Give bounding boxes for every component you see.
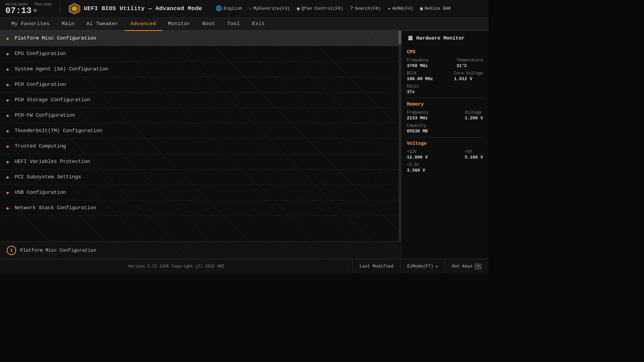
arrow-icon: ▶ bbox=[7, 98, 9, 103]
menu-item-thunderbolt[interactable]: ▶ Thunderbolt(TM) Configuration bbox=[0, 123, 398, 139]
monitor-icon: 🖥 bbox=[407, 35, 413, 42]
cpu-temperature-label: Temperature bbox=[457, 58, 483, 63]
status-text: Platform Misc Configuration bbox=[20, 248, 96, 253]
menu-item-network-stack[interactable]: ▶ Network Stack Configuration bbox=[0, 200, 398, 216]
menu-label-thunderbolt: Thunderbolt(TM) Configuration bbox=[15, 128, 102, 134]
v33-col: +3.3V 3.360 V bbox=[407, 163, 425, 173]
v12-value: 12.000 V bbox=[407, 155, 428, 160]
voltage-12-5-row: +12V 12.000 V +5V 5.160 V bbox=[407, 149, 483, 160]
nav-ai-tweaker[interactable]: Ai Tweaker bbox=[80, 18, 124, 30]
info-icon: i bbox=[7, 246, 16, 255]
cpu-temperature-value: 31°C bbox=[457, 63, 483, 68]
tool-resizebar[interactable]: ▣ ReSize BAR bbox=[420, 5, 451, 12]
last-modified-button[interactable]: Last Modified bbox=[353, 259, 400, 274]
menu-label-trusted-computing: Trusted Computing bbox=[15, 143, 66, 149]
voltage-section-title: Voltage bbox=[407, 141, 483, 146]
cpu-bclk-value: 100.00 MHz bbox=[407, 76, 433, 81]
ezmode-button[interactable]: EzMode(F7) ↦ bbox=[400, 259, 445, 274]
time-display: 07:13 ⚙ bbox=[5, 6, 52, 15]
arrow-icon: ▶ bbox=[7, 144, 9, 149]
nav-exit[interactable]: Exit bbox=[246, 18, 271, 30]
mem-capacity-col: Capacity 65536 MB bbox=[407, 123, 428, 134]
main-layout: ▶ Platform Misc Configuration ▶ CPU Conf… bbox=[0, 31, 488, 259]
star-icon: ☆ bbox=[249, 5, 252, 12]
mem-frequency-value: 2133 MHz bbox=[407, 116, 429, 121]
arrow-icon: ▶ bbox=[7, 113, 9, 118]
mem-voltage-value: 1.200 V bbox=[465, 116, 483, 121]
arrow-icon: ▶ bbox=[7, 51, 9, 57]
tool-aura[interactable]: ✦ AURA(F4) bbox=[388, 5, 413, 12]
v33-value: 3.360 V bbox=[407, 168, 425, 173]
hardware-monitor-title: 🖥 Hardware Monitor bbox=[407, 35, 483, 45]
mem-freq-voltage-row: Frequency 2133 MHz Voltage 1.200 V bbox=[407, 110, 483, 121]
v12-label: +12V bbox=[407, 149, 428, 154]
menu-item-pch-fw[interactable]: ▶ PCH-FW Configuration bbox=[0, 108, 398, 123]
menu-item-trusted-computing[interactable]: ▶ Trusted Computing bbox=[0, 139, 398, 154]
logo-area: UEFI BIOS Utility — Advanced Mode bbox=[68, 3, 202, 15]
cpu-frequency-value: 3700 MHz bbox=[407, 63, 429, 68]
fan-icon: ◉ bbox=[297, 5, 300, 12]
menu-list: ▶ Platform Misc Configuration ▶ CPU Conf… bbox=[0, 31, 401, 241]
menu-label-usb-config: USB Configuration bbox=[15, 190, 66, 195]
menu-label-network-stack: Network Stack Configuration bbox=[15, 205, 96, 211]
menu-item-uefi-variables[interactable]: ▶ UEFI Variables Protection bbox=[0, 154, 398, 170]
cpu-temperature-col: Temperature 31°C bbox=[457, 58, 483, 68]
footer-version: Version 2.22.1286 Copyright (C) 2022 AMI bbox=[0, 264, 353, 269]
menu-item-pch-config[interactable]: ▶ PCH Configuration bbox=[0, 77, 398, 93]
app-title: UEFI BIOS Utility — Advanced Mode bbox=[84, 5, 202, 12]
menu-item-system-agent[interactable]: ▶ System Agent (SA) Configuration bbox=[0, 62, 398, 77]
nav-boot[interactable]: Boot bbox=[197, 18, 221, 30]
tool-search[interactable]: ? Search(F9) bbox=[350, 6, 381, 11]
nav-tool[interactable]: Tool bbox=[221, 18, 246, 30]
cpu-core-voltage-label: Core Voltage bbox=[454, 71, 483, 76]
tool-myfavorite[interactable]: ☆ MyFavorite(F3) bbox=[249, 5, 290, 12]
v5-col: +5V 5.160 V bbox=[465, 149, 483, 160]
memory-section-title: Memory bbox=[407, 102, 483, 107]
arrow-icon: ▶ bbox=[7, 82, 9, 87]
v33-label: +3.3V bbox=[407, 163, 425, 167]
aura-icon: ✦ bbox=[388, 5, 391, 12]
menu-label-pch-fw: PCH-FW Configuration bbox=[15, 113, 75, 118]
menu-label-uefi-variables: UEFI Variables Protection bbox=[15, 159, 90, 165]
cpu-section-title: CPU bbox=[407, 49, 483, 55]
arrow-icon: ▶ bbox=[7, 67, 9, 72]
menu-label-pch-config: PCH Configuration bbox=[15, 82, 66, 87]
menu-item-cpu-config[interactable]: ▶ CPU Configuration bbox=[0, 46, 398, 62]
arrow-icon: ▶ bbox=[7, 205, 9, 211]
scrollbar[interactable] bbox=[398, 31, 401, 241]
v5-label: +5V bbox=[465, 149, 483, 154]
nav-main[interactable]: Main bbox=[56, 18, 80, 30]
menu-label-pch-storage: PCH Storage Configuration bbox=[15, 97, 90, 103]
cpu-bclk-voltage-row: BCLK 100.00 MHz Core Voltage 1.012 V bbox=[407, 71, 483, 81]
menu-item-platform-misc[interactable]: ▶ Platform Misc Configuration bbox=[0, 31, 398, 46]
gear-icon[interactable]: ⚙ bbox=[34, 8, 37, 13]
nav-my-favorites[interactable]: My Favorites bbox=[5, 18, 56, 30]
status-bar: i Platform Misc Configuration bbox=[0, 241, 401, 259]
cpu-ratio-row: Ratio 37x bbox=[407, 84, 483, 95]
nav-advanced[interactable]: Advanced bbox=[124, 18, 162, 31]
mem-voltage-col: Voltage 1.200 V bbox=[465, 110, 483, 121]
cpu-bclk-col: BCLK 100.00 MHz bbox=[407, 71, 433, 81]
cpu-divider bbox=[407, 98, 483, 98]
scroll-thumb[interactable] bbox=[398, 31, 401, 44]
tool-qfan[interactable]: ◉ Qfan Control(F6) bbox=[297, 5, 343, 12]
nav-monitor[interactable]: Monitor bbox=[162, 18, 197, 30]
menu-item-usb-config[interactable]: ▶ USB Configuration bbox=[0, 185, 398, 200]
menu-label-system-agent: System Agent (SA) Configuration bbox=[15, 66, 108, 72]
cpu-core-voltage-col: Core Voltage 1.012 V bbox=[454, 71, 483, 81]
menu-items-container: ▶ Platform Misc Configuration ▶ CPU Conf… bbox=[0, 31, 398, 241]
footer: Version 2.22.1286 Copyright (C) 2022 AMI… bbox=[0, 259, 488, 274]
tool-english[interactable]: 🌐 English bbox=[216, 5, 242, 12]
ezmode-arrow-icon: ↦ bbox=[435, 264, 438, 269]
arrow-icon: ▶ bbox=[7, 190, 9, 195]
arrow-icon: ▶ bbox=[7, 159, 9, 165]
cpu-frequency-col: Frequency 3700 MHz bbox=[407, 58, 429, 68]
cpu-freq-temp-row: Frequency 3700 MHz Temperature 31°C bbox=[407, 58, 483, 68]
hotkeys-button[interactable]: Hot Keys ? bbox=[445, 259, 488, 274]
voltage-33-row: +3.3V 3.360 V bbox=[407, 163, 483, 173]
memory-divider bbox=[407, 137, 483, 137]
menu-item-pch-storage[interactable]: ▶ PCH Storage Configuration bbox=[0, 93, 398, 108]
menu-item-pci-subsystem[interactable]: ▶ PCI Subsystem Settings bbox=[0, 170, 398, 185]
arrow-icon: ▶ bbox=[7, 36, 9, 41]
datetime-block: 03/16/2023 Thursday 07:13 ⚙ bbox=[5, 2, 52, 15]
